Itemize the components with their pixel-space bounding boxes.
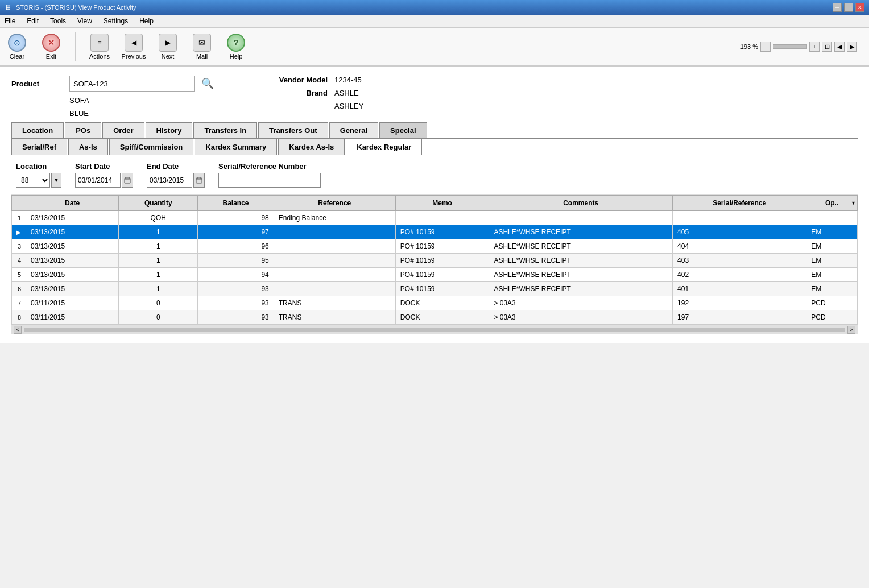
tab-transfers-out[interactable]: Transfers Out [258, 122, 328, 138]
table-row[interactable]: ▶ 03/13/2015 1 97 PO# 10159 ASHLE*WHSE R… [12, 225, 858, 239]
product-desc2: BLUE [69, 109, 89, 118]
col-header-quantity[interactable]: Quantity [119, 196, 198, 211]
menu-view[interactable]: View [75, 16, 94, 26]
tab-spiff-commission[interactable]: Spiff/Commission [109, 139, 194, 155]
col-header-op[interactable]: Op.. ▼ [806, 196, 858, 211]
start-date-input[interactable] [75, 173, 121, 188]
col-header-serial-ref[interactable]: Serial/Reference [673, 196, 806, 211]
row-arrow-cell: ▶ [12, 225, 26, 239]
row-number: 5 [12, 268, 26, 282]
zoom-out-button[interactable]: − [760, 42, 771, 52]
tab-special[interactable]: Special [379, 122, 427, 138]
table-row[interactable]: 4 03/13/2015 1 95 PO# 10159 ASHLE*WHSE R… [12, 254, 858, 268]
exit-button[interactable]: ✕ Exit [39, 34, 64, 60]
row-number: 8 [12, 310, 26, 325]
previous-button[interactable]: ◀ Previous [121, 34, 146, 60]
table-row[interactable]: 5 03/13/2015 1 94 PO# 10159 ASHLE*WHSE R… [12, 268, 858, 282]
cell-reference [274, 282, 395, 296]
cell-date: 03/13/2015 [26, 239, 119, 254]
cell-comments: > 03A3 [489, 296, 673, 310]
col-header-rownum [12, 196, 26, 211]
col-header-date[interactable]: Date [26, 196, 119, 211]
scroll-track[interactable] [24, 328, 845, 332]
close-button[interactable]: ✕ [855, 3, 864, 12]
cell-balance: 93 [198, 282, 274, 296]
row-number: 4 [12, 254, 26, 268]
tab-order[interactable]: Order [102, 122, 144, 138]
serial-ref-label: Serial/Reference Number [218, 162, 321, 171]
actions-button[interactable]: ≡ Actions [87, 34, 112, 60]
cell-memo: DOCK [395, 296, 489, 310]
start-date-calendar-button[interactable] [122, 173, 133, 188]
cell-reference: Ending Balance [274, 211, 395, 225]
cell-memo: PO# 10159 [395, 225, 489, 239]
tab-as-is[interactable]: As-Is [68, 139, 108, 155]
tab-general[interactable]: General [329, 122, 378, 138]
serial-ref-input[interactable] [218, 173, 321, 188]
tab-serial-ref[interactable]: Serial/Ref [11, 139, 67, 155]
menu-settings[interactable]: Settings [101, 16, 130, 26]
tab-history[interactable]: History [146, 122, 193, 138]
end-date-calendar-button[interactable] [193, 173, 205, 188]
product-input[interactable] [69, 76, 195, 92]
minimize-button[interactable]: ─ [833, 3, 842, 12]
col-header-reference[interactable]: Reference [274, 196, 395, 211]
table-row[interactable]: 1 03/13/2015 QOH 98 Ending Balance [12, 211, 858, 225]
tab-kardex-summary[interactable]: Kardex Summary [195, 139, 277, 155]
end-date-label: End Date [147, 162, 205, 171]
tab-kardex-as-is[interactable]: Kardex As-Is [278, 139, 345, 155]
cell-balance: 95 [198, 254, 274, 268]
cell-balance: 98 [198, 211, 274, 225]
cell-date: 03/11/2015 [26, 310, 119, 325]
cell-serial-ref: 403 [673, 254, 806, 268]
tab-kardex-regular[interactable]: Kardex Regular [346, 139, 422, 155]
location-dropdown-btn[interactable]: ▼ [51, 173, 61, 188]
next-button[interactable]: ▶ Next [155, 34, 180, 60]
app-icon: 🖥 [5, 3, 11, 11]
maximize-button[interactable]: □ [844, 3, 853, 12]
product-label: Product [11, 80, 63, 88]
table-row[interactable]: 3 03/13/2015 1 96 PO# 10159 ASHLE*WHSE R… [12, 239, 858, 254]
tab-pos[interactable]: POs [65, 122, 101, 138]
zoom-fit-button[interactable]: ⊞ [822, 42, 832, 52]
exit-icon: ✕ [42, 34, 60, 52]
cell-op: EM [806, 225, 858, 239]
help-button[interactable]: ? Help [224, 34, 249, 60]
zoom-in-button[interactable]: + [809, 42, 820, 52]
col-header-comments[interactable]: Comments [489, 196, 673, 211]
previous-label: Previous [122, 53, 146, 60]
col-header-balance[interactable]: Balance [198, 196, 274, 211]
zoom-slider[interactable] [773, 44, 807, 49]
search-icon[interactable]: 🔍 [201, 77, 214, 90]
menu-help[interactable]: Help [137, 16, 156, 26]
cell-date: 03/13/2015 [26, 211, 119, 225]
scroll-left-button[interactable]: < [14, 326, 22, 334]
cell-comments: > 03A3 [489, 310, 673, 325]
cell-balance: 93 [198, 310, 274, 325]
menu-tools[interactable]: Tools [48, 16, 68, 26]
col-header-memo[interactable]: Memo [395, 196, 489, 211]
zoom-next-button[interactable]: ▶ [847, 42, 857, 52]
location-select[interactable]: 88 [16, 173, 50, 188]
table-row[interactable]: 6 03/13/2015 1 93 PO# 10159 ASHLE*WHSE R… [12, 282, 858, 296]
horizontal-scrollbar[interactable]: < > [11, 325, 858, 334]
start-date-label: Start Date [75, 162, 133, 171]
cell-quantity: 1 [119, 268, 198, 282]
scroll-right-button[interactable]: > [847, 326, 855, 334]
tab-transfers-in[interactable]: Transfers In [193, 122, 257, 138]
cell-op: EM [806, 282, 858, 296]
zoom-bar: 193 % − + ⊞ ◀ ▶ [740, 41, 864, 52]
cell-memo [395, 211, 489, 225]
menu-edit[interactable]: Edit [24, 16, 41, 26]
zoom-prev-button[interactable]: ◀ [834, 42, 845, 52]
table-row[interactable]: 7 03/11/2015 0 93 TRANS DOCK > 03A3 192 … [12, 296, 858, 310]
cell-balance: 94 [198, 268, 274, 282]
menu-file[interactable]: File [2, 16, 18, 26]
table-row[interactable]: 8 03/11/2015 0 93 TRANS DOCK > 03A3 197 … [12, 310, 858, 325]
end-date-input[interactable] [147, 173, 192, 188]
mail-button[interactable]: ✉ Mail [189, 34, 214, 60]
tab-location[interactable]: Location [11, 122, 64, 138]
cell-memo: PO# 10159 [395, 268, 489, 282]
clear-label: Clear [10, 53, 24, 60]
clear-button[interactable]: ⊙ Clear [5, 34, 30, 60]
